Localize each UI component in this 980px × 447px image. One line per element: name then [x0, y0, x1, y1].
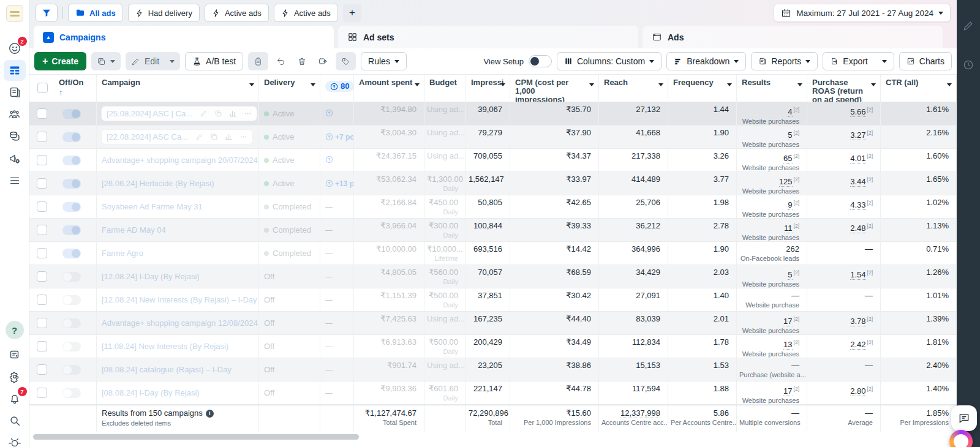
campaign-toggle[interactable]	[54, 381, 97, 405]
column-results[interactable]: Results	[737, 75, 807, 102]
bug-report-icon[interactable]	[4, 432, 26, 447]
campaign-toggle[interactable]	[54, 288, 97, 312]
view-setup-toggle[interactable]	[529, 55, 552, 67]
roas-value[interactable]: 2.80	[850, 386, 865, 396]
ab-test-button[interactable]: A/B test	[185, 52, 243, 70]
campaign-name[interactable]: [12.08.24] New Interests (By Rejasi) – I…	[102, 295, 257, 304]
edit-button[interactable]: Edit	[126, 52, 180, 70]
column-campaign[interactable]: Campaign	[97, 75, 259, 102]
sidebar-item-pages-icon[interactable]	[4, 82, 26, 103]
campaign-name[interactable]: Advantage+ shopping campaign 12/08/2024 …	[102, 318, 259, 328]
column-cpm[interactable]: CPM (cost per 1,000 impressions)	[510, 75, 599, 102]
row-checkbox[interactable]	[29, 335, 54, 358]
sidebar-item-audiences-icon[interactable]	[4, 104, 26, 125]
results-value[interactable]: 9	[788, 200, 792, 210]
campaign-toggle[interactable]	[54, 102, 97, 126]
roas-value[interactable]: 2.42	[850, 340, 865, 350]
row-checkbox[interactable]	[29, 172, 54, 195]
tab-campaigns[interactable]: ▲ Campaigns	[34, 26, 334, 48]
column-reach[interactable]: Reach	[599, 75, 668, 102]
filter-tab-had-delivery[interactable]: Had delivery	[128, 4, 200, 22]
roas-value[interactable]: 4.01	[850, 154, 865, 163]
campaign-toggle[interactable]	[54, 265, 97, 288]
all-tools-menu-icon[interactable]	[4, 170, 26, 191]
sidebar-item-billing-icon[interactable]	[4, 126, 26, 147]
duplicate-button[interactable]	[91, 52, 121, 70]
campaign-toggle[interactable]	[54, 335, 97, 358]
row-checkbox[interactable]	[29, 288, 54, 312]
column-off-on[interactable]: Off/On↑	[54, 75, 97, 102]
reports-button[interactable]: Reports	[751, 52, 818, 70]
column-delivery[interactable]: Delivery	[259, 75, 320, 102]
roas-value[interactable]: 3.78	[850, 317, 865, 326]
row-hover-actions[interactable]	[200, 110, 252, 118]
info-icon[interactable]: i	[206, 410, 214, 418]
paste-button[interactable]	[248, 52, 268, 70]
campaign-name[interactable]: Farme Agro	[102, 249, 143, 258]
chat-support-button[interactable]	[951, 405, 977, 431]
assign-button[interactable]	[315, 52, 331, 70]
row-checkbox[interactable]	[29, 126, 54, 149]
rules-button[interactable]: Rules	[361, 52, 407, 70]
sidebar-item-promote-icon[interactable]	[4, 148, 26, 169]
row-checkbox[interactable]	[29, 265, 54, 288]
charts-button[interactable]: Charts	[899, 52, 952, 70]
filter-funnel-button[interactable]	[36, 4, 58, 22]
row-hover-actions[interactable]	[195, 133, 247, 141]
add-filter-tab-button[interactable]: +	[343, 4, 361, 22]
column-budget[interactable]: Budget	[424, 75, 466, 102]
horizontal-scrollbar[interactable]	[29, 433, 957, 441]
results-value[interactable]: 4	[788, 107, 792, 117]
roas-value[interactable]: 1.54	[850, 270, 865, 280]
column-frequency[interactable]: Frequency	[668, 75, 737, 102]
campaign-name[interactable]: [12.08.24] I-Day (By Rejasi)	[102, 272, 200, 281]
tab-ads[interactable]: Ads	[643, 26, 943, 48]
campaign-toggle[interactable]	[54, 195, 97, 219]
column-ctr[interactable]: CTR (all)	[881, 75, 957, 102]
columns-button[interactable]: Columns: Custom	[557, 52, 662, 70]
results-value[interactable]: 13	[783, 340, 792, 350]
row-checkbox[interactable]	[29, 195, 54, 219]
settings-gear-icon[interactable]	[4, 366, 26, 387]
campaign-toggle[interactable]	[54, 358, 97, 381]
tab-ad-sets[interactable]: Ad sets	[338, 26, 638, 48]
date-range-picker[interactable]: Maximum: 27 Jul 2021 - 27 Aug 2024	[774, 4, 951, 22]
filter-tab-active-ads-1[interactable]: Active ads	[205, 4, 269, 22]
campaign-name[interactable]: Farme AD May 04	[102, 225, 166, 235]
filter-tab-active-ads-2[interactable]: Active ads	[274, 4, 338, 22]
account-overview-icon[interactable]: 2	[4, 38, 26, 59]
roas-value[interactable]: 3.44	[850, 177, 865, 187]
column-roas[interactable]: Purchase ROAS (return on ad spend)	[807, 75, 881, 102]
row-checkbox[interactable]	[29, 242, 54, 265]
roas-value[interactable]: 3.27	[850, 130, 865, 140]
search-icon[interactable]	[4, 410, 26, 431]
row-checkbox[interactable]	[29, 219, 54, 242]
undo-button[interactable]	[273, 52, 289, 70]
breakdown-button[interactable]: Breakdown	[666, 52, 746, 70]
campaign-name[interactable]: [11.08.24] New Interests (By Rejasi)	[102, 342, 228, 351]
campaign-name[interactable]: Advantage+ shopping campaign 20/07/2024 …	[102, 156, 259, 165]
results-value[interactable]: 17	[783, 317, 792, 326]
help-button[interactable]: ?	[6, 321, 24, 339]
results-value[interactable]: 5	[788, 130, 792, 140]
create-button[interactable]: +Create	[34, 52, 86, 70]
roas-value[interactable]: 5.66	[850, 107, 865, 117]
attribution-setting-badge[interactable]: 80	[325, 81, 354, 92]
campaign-name[interactable]: [08.08.24] catalogue (Rajasi) – I-Day	[102, 365, 232, 374]
campaign-toggle[interactable]	[54, 242, 97, 265]
campaign-name[interactable]: [26.06.24] Herbicide (By Rejasi)	[102, 179, 214, 188]
notifications-bell-icon[interactable]: 7	[4, 388, 26, 409]
row-checkbox[interactable]	[29, 312, 54, 335]
campaign-toggle[interactable]	[54, 149, 97, 172]
select-all-checkbox[interactable]	[37, 83, 48, 93]
filter-tab-all-ads[interactable]: All ads	[68, 4, 123, 22]
campaign-toggle[interactable]	[54, 172, 97, 195]
results-value[interactable]: 11	[784, 224, 793, 233]
tag-button[interactable]	[336, 52, 356, 70]
row-checkbox[interactable]	[29, 149, 54, 172]
campaign-toggle[interactable]	[54, 126, 97, 149]
total-reach[interactable]: 12,337,998	[620, 408, 660, 418]
row-checkbox[interactable]	[29, 358, 54, 381]
updates-icon[interactable]	[4, 344, 26, 365]
column-amount-spent[interactable]: Amount spent	[354, 75, 424, 102]
